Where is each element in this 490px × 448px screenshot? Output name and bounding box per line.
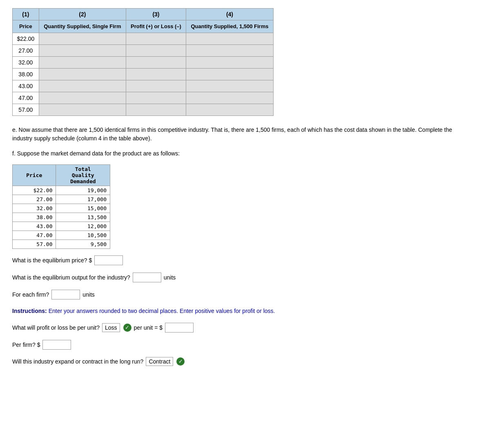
expand-contract-label: Will this industry expand or contract in…	[12, 358, 143, 365]
demand-table-row: $22.0019,000	[13, 186, 110, 195]
main-qty-1500-cell	[186, 45, 273, 57]
demand-table-row: 57.009,500	[13, 240, 110, 249]
demand-qty-cell: 13,500	[56, 213, 110, 222]
demand-qty-cell: 12,000	[56, 222, 110, 231]
main-table-row: 43.00	[13, 80, 274, 92]
demand-price-cell: 43.00	[13, 222, 56, 231]
main-price-cell: $22.00	[13, 33, 39, 45]
demand-table: Price Total Quality Demanded $22.0019,00…	[12, 164, 110, 249]
main-table-row: 47.00	[13, 92, 274, 104]
main-qty-single-cell	[39, 92, 126, 104]
main-price-cell: 57.00	[13, 104, 39, 116]
profit-loss-input[interactable]	[165, 323, 194, 333]
per-unit-label: per unit = $	[134, 324, 163, 331]
demand-price-cell: 32.00	[13, 204, 56, 213]
per-firm-dollar-question: Per firm? $	[12, 340, 478, 350]
demand-qty-header-total: Total Quality Demanded	[56, 165, 110, 186]
col3-header: (3)	[126, 9, 186, 20]
demand-price-cell: $22.00	[13, 186, 56, 195]
main-qty-single-cell	[39, 33, 126, 45]
demand-qty-cell: 17,000	[56, 195, 110, 204]
description-e: e. Now assume that there are 1,500 ident…	[12, 126, 461, 143]
demand-price-cell: 57.00	[13, 240, 56, 249]
demand-table-row: 47.0010,500	[13, 231, 110, 240]
per-firm-dollar-label: Per firm? $	[12, 342, 40, 348]
qty-single-header: Quantity Supplied, Single Firm	[39, 20, 126, 33]
demand-price-cell: 27.00	[13, 195, 56, 204]
main-price-cell: 47.00	[13, 92, 39, 104]
demand-qty-cell: 9,500	[56, 240, 110, 249]
equilibrium-price-label: What is the equilibrium price? $	[12, 257, 92, 264]
demand-qty-cell: 15,000	[56, 204, 110, 213]
expand-contract-dropdown[interactable]: Contract	[146, 357, 173, 366]
main-table-row: 57.00	[13, 104, 274, 116]
main-qty-single-cell	[39, 80, 126, 92]
main-supply-table: (1) (2) (3) (4) Price Quantity Supplied,…	[12, 8, 274, 116]
main-profit-loss-cell	[126, 45, 186, 57]
main-qty-single-cell	[39, 57, 126, 69]
description-f: f. Suppose the market demand data for th…	[12, 149, 461, 158]
main-qty-1500-cell	[186, 69, 273, 80]
main-qty-single-cell	[39, 69, 126, 80]
expand-contract-checkmark-icon: ✓	[176, 357, 185, 366]
col1-header: (1)	[13, 9, 39, 20]
main-price-cell: 43.00	[13, 80, 39, 92]
equilibrium-price-input[interactable]	[94, 255, 123, 265]
demand-table-row: 38.0013,500	[13, 213, 110, 222]
profit-loss-dropdown[interactable]: Loss	[102, 323, 120, 332]
main-table-row: $22.00	[13, 33, 274, 45]
equilibrium-output-label: What is the equilibrium output for the i…	[12, 274, 130, 281]
main-qty-single-cell	[39, 104, 126, 116]
main-profit-loss-cell	[126, 57, 186, 69]
instructions-row: Instructions: Enter your answers rounded…	[12, 307, 478, 315]
demand-table-row: 32.0015,000	[13, 204, 110, 213]
main-qty-single-cell	[39, 45, 126, 57]
main-profit-loss-cell	[126, 80, 186, 92]
demand-section: Price Total Quality Demanded $22.0019,00…	[12, 164, 478, 249]
main-table-row: 32.00	[13, 57, 274, 69]
col4-header: (4)	[186, 9, 273, 20]
main-profit-loss-cell	[126, 33, 186, 45]
main-profit-loss-cell	[126, 69, 186, 80]
main-qty-1500-cell	[186, 33, 273, 45]
main-qty-1500-cell	[186, 57, 273, 69]
demand-price-header: Price	[13, 165, 56, 186]
per-firm-input[interactable]	[51, 290, 80, 299]
price-header: Price	[13, 20, 39, 33]
demand-qty-cell: 10,500	[56, 231, 110, 240]
main-qty-1500-cell	[186, 92, 273, 104]
demand-table-row: 43.0012,000	[13, 222, 110, 231]
per-firm-unit: units	[82, 291, 95, 298]
equilibrium-price-question: What is the equilibrium price? $	[12, 255, 478, 265]
main-table-row: 27.00	[13, 45, 274, 57]
main-price-cell: 38.00	[13, 69, 39, 80]
main-profit-loss-cell	[126, 104, 186, 116]
demand-price-cell: 47.00	[13, 231, 56, 240]
main-price-cell: 27.00	[13, 45, 39, 57]
main-profit-loss-cell	[126, 92, 186, 104]
demand-qty-cell: 19,000	[56, 186, 110, 195]
main-table-row: 38.00	[13, 69, 274, 80]
instructions-text: Enter your answers rounded to two decima…	[49, 308, 275, 314]
profit-loss-header: Profit (+) or Loss (–)	[126, 20, 186, 33]
profit-loss-question: What will profit or loss be per unit? Lo…	[12, 323, 478, 333]
col2-header: (2)	[39, 9, 126, 20]
main-qty-1500-cell	[186, 80, 273, 92]
main-price-cell: 32.00	[13, 57, 39, 69]
per-firm-label: For each firm?	[12, 291, 49, 298]
equilibrium-output-question: What is the equilibrium output for the i…	[12, 273, 478, 282]
qty-1500-header: Quantity Supplied, 1,500 Firms	[186, 20, 273, 33]
equilibrium-output-input[interactable]	[133, 273, 161, 282]
profit-loss-checkmark-icon: ✓	[123, 324, 131, 332]
expand-contract-question: Will this industry expand or contract in…	[12, 357, 478, 366]
profit-loss-label: What will profit or loss be per unit?	[12, 324, 100, 331]
equilibrium-output-unit: units	[164, 274, 176, 281]
per-firm-dollar-input[interactable]	[42, 340, 71, 350]
per-firm-question: For each firm? units	[12, 290, 478, 299]
main-qty-1500-cell	[186, 104, 273, 116]
instructions-bold: Instructions:	[12, 308, 47, 314]
demand-price-cell: 38.00	[13, 213, 56, 222]
demand-table-row: 27.0017,000	[13, 195, 110, 204]
